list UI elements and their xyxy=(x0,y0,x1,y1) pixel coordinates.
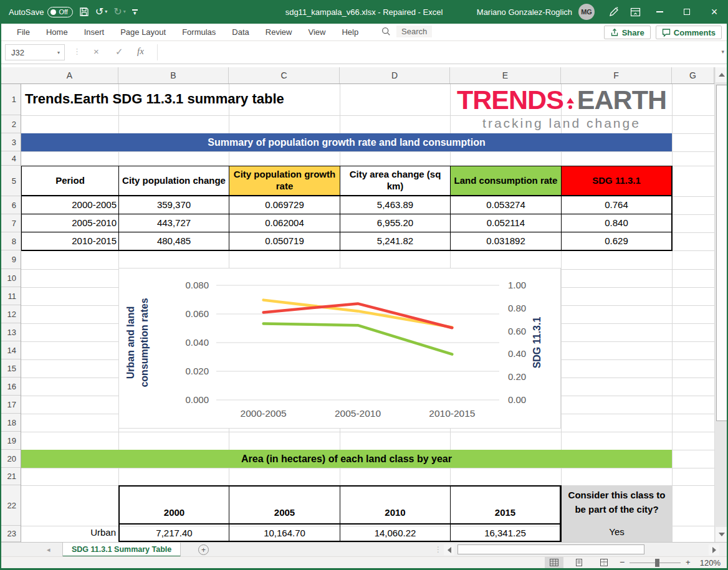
column-header-G[interactable]: G xyxy=(672,67,714,83)
area-cell[interactable]: 14,060.22 xyxy=(340,525,451,542)
summary-header-land-consumption[interactable]: Land consumption rate xyxy=(451,166,562,196)
autosave-toggle[interactable]: AutoSave Off xyxy=(9,7,73,17)
summary-cell[interactable]: 2010-2015 xyxy=(22,232,119,250)
undo-caret-icon[interactable]: ▾ xyxy=(105,9,107,14)
tab-data[interactable]: Data xyxy=(224,24,257,41)
summary-cell[interactable]: 2005-2010 xyxy=(22,214,119,232)
sheet-tab-sdg-summary[interactable]: SDG 11.3.1 Summary Table xyxy=(62,543,181,557)
tab-help[interactable]: Help xyxy=(333,24,366,41)
page-layout-view-button[interactable] xyxy=(570,557,588,568)
row-header-7[interactable]: 7 xyxy=(0,214,21,232)
summary-cell[interactable]: 480,485 xyxy=(119,232,229,250)
area-row-label[interactable]: Urban xyxy=(21,527,116,538)
summary-cell[interactable]: 0.053274 xyxy=(451,196,562,214)
insert-function-icon[interactable]: fx xyxy=(137,46,144,57)
name-box-dropdown-icon[interactable]: ▾ xyxy=(57,50,60,55)
row-header-5[interactable]: 5 xyxy=(0,166,21,196)
summary-cell[interactable]: 2000-2005 xyxy=(22,196,119,214)
formula-bar-expand-icon[interactable]: ▾ xyxy=(721,49,724,55)
column-header-A[interactable]: A xyxy=(21,67,118,83)
summary-cell[interactable]: 6,955.20 xyxy=(340,214,451,232)
row-header-14[interactable]: 14 xyxy=(0,341,21,359)
summary-cell[interactable]: 0.069729 xyxy=(229,196,340,214)
comments-button[interactable]: Comments xyxy=(656,26,722,39)
summary-cell[interactable]: 0.840 xyxy=(562,214,672,232)
area-header-2010[interactable]: 2010 xyxy=(340,487,451,525)
tab-view[interactable]: View xyxy=(300,24,333,41)
row-header-1[interactable]: 1 xyxy=(0,84,21,115)
undo-button[interactable]: ↺▾ xyxy=(95,7,107,17)
row-header-19[interactable]: 19 xyxy=(0,432,21,450)
row-header-20[interactable]: 20 xyxy=(0,450,21,468)
vertical-scrollbar-thumb[interactable] xyxy=(716,85,727,421)
prev-sheet-button[interactable]: ◂ xyxy=(47,546,50,554)
row-header-22[interactable]: 22 xyxy=(0,485,21,526)
area-banner[interactable]: Area (in hectares) of each land class by… xyxy=(21,450,672,468)
area-cell[interactable]: 16,341.25 xyxy=(451,525,560,542)
summary-cell[interactable]: 443,727 xyxy=(119,214,229,232)
summary-cell[interactable]: 359,370 xyxy=(119,196,229,214)
tab-review[interactable]: Review xyxy=(257,24,300,41)
ribbon-display-options-button[interactable] xyxy=(625,0,646,24)
column-header-B[interactable]: B xyxy=(118,67,229,83)
area-header-2005[interactable]: 2005 xyxy=(229,487,340,525)
share-button[interactable]: Share xyxy=(604,26,651,39)
row-header-8[interactable]: 8 xyxy=(0,232,21,250)
minimize-button[interactable] xyxy=(646,0,673,24)
add-sheet-button[interactable]: + xyxy=(198,544,209,555)
page-title[interactable]: Trends.Earth SDG 11.3.1 summary table xyxy=(25,91,284,107)
zoom-slider-thumb[interactable] xyxy=(655,559,659,567)
search-box[interactable]: Search xyxy=(381,26,432,37)
row-header-6[interactable]: 6 xyxy=(0,196,21,214)
area-header-2015[interactable]: 2015 xyxy=(451,487,560,525)
scroll-up-button[interactable] xyxy=(716,67,728,82)
summary-header-area-change[interactable]: City area change (sq km) xyxy=(340,166,451,196)
tab-file[interactable]: File xyxy=(0,24,38,41)
normal-view-button[interactable] xyxy=(545,557,563,568)
summary-cell[interactable]: 0.050719 xyxy=(229,232,340,250)
row-header-15[interactable]: 15 xyxy=(0,359,21,378)
summary-cell[interactable]: 0.062004 xyxy=(229,214,340,232)
scroll-right-button[interactable] xyxy=(709,544,719,555)
zoom-level[interactable]: 120% xyxy=(700,558,721,568)
cancel-entry-icon[interactable]: × xyxy=(93,46,99,57)
inking-button[interactable] xyxy=(603,0,625,24)
row-header-11[interactable]: 11 xyxy=(0,287,21,305)
customize-toolbar-button[interactable]: ▾ xyxy=(132,9,138,14)
name-box[interactable]: J32 ▾ xyxy=(5,44,65,60)
row-header-9[interactable]: 9 xyxy=(0,250,21,269)
user-name[interactable]: Mariano Gonzalez-Roglich xyxy=(477,7,572,17)
area-cell[interactable]: 10,164.70 xyxy=(229,525,340,542)
chart[interactable]: 0.0000.0200.0400.0600.0800.000.200.400.6… xyxy=(118,268,561,429)
area-header-2000[interactable]: 2000 xyxy=(120,487,229,525)
row-header-16[interactable]: 16 xyxy=(0,378,21,396)
row-header-2[interactable]: 2 xyxy=(0,115,21,133)
row-header-4[interactable]: 4 xyxy=(0,151,21,166)
summary-header-period[interactable]: Period xyxy=(22,166,119,196)
page-break-view-button[interactable] xyxy=(595,557,613,568)
summary-header-pop-change[interactable]: City population change xyxy=(119,166,229,196)
tab-insert[interactable]: Insert xyxy=(76,24,113,41)
save-button[interactable] xyxy=(79,7,89,17)
summary-cell[interactable]: 0.764 xyxy=(562,196,672,214)
row-header-21[interactable]: 21 xyxy=(0,468,21,485)
summary-header-growth-rate[interactable]: City population growth rate xyxy=(229,166,340,196)
row-header-23[interactable]: 23 xyxy=(0,526,21,542)
summary-cell[interactable]: 5,463.89 xyxy=(340,196,451,214)
row-header-13[interactable]: 13 xyxy=(0,323,21,341)
tab-home[interactable]: Home xyxy=(38,24,76,41)
avatar[interactable]: MG xyxy=(578,4,595,20)
maximize-button[interactable] xyxy=(673,0,701,24)
row-header-17[interactable]: 17 xyxy=(0,396,21,414)
formula-input[interactable] xyxy=(157,44,712,60)
summary-cell[interactable]: 0.031892 xyxy=(451,232,562,250)
row-header-3[interactable]: 3 xyxy=(0,133,21,151)
scroll-down-button[interactable] xyxy=(716,527,728,542)
column-header-E[interactable]: E xyxy=(450,67,561,83)
column-header-D[interactable]: D xyxy=(340,67,450,83)
close-button[interactable]: × xyxy=(701,0,728,24)
summary-cell[interactable]: 5,241.82 xyxy=(340,232,451,250)
summary-header-sdg[interactable]: SDG 11.3.1 xyxy=(562,166,672,196)
area-cell[interactable]: 7,217.40 xyxy=(120,525,229,542)
row-header-12[interactable]: 12 xyxy=(0,305,21,323)
